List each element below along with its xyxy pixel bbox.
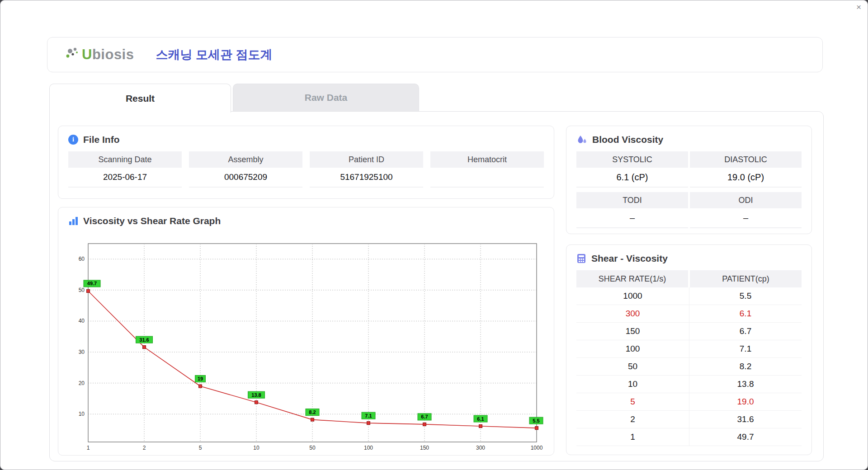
diastolic-label: DIASTOLIC bbox=[690, 151, 802, 168]
svg-text:5.5: 5.5 bbox=[533, 418, 539, 423]
ubiosis-logo: Ubiosis bbox=[65, 47, 134, 63]
svg-text:6.7: 6.7 bbox=[421, 414, 428, 419]
table-row: 3006.1 bbox=[576, 305, 802, 323]
shear-rate-cell: 5 bbox=[576, 393, 689, 410]
field-label: Patient ID bbox=[310, 151, 423, 168]
graph-title: Viscosity vs Shear Rate Graph bbox=[58, 207, 554, 233]
header: Ubiosis 스캐닝 모세관 점도계 bbox=[47, 37, 823, 72]
shear-rate-cell: 2 bbox=[576, 411, 689, 428]
viscosity-shear-chart: 1251050100150300100010203040506049.731.6… bbox=[58, 235, 554, 451]
logo-dots-icon bbox=[65, 47, 81, 62]
patient-cell: 19.0 bbox=[689, 393, 802, 410]
odi-value: – bbox=[690, 208, 802, 228]
field-scanning-date: Scanning Date 2025-06-17 bbox=[68, 151, 182, 188]
calculator-icon bbox=[576, 254, 586, 263]
systolic-value: 6.1 (cP) bbox=[576, 168, 688, 188]
svg-text:300: 300 bbox=[476, 445, 485, 451]
droplet-icon bbox=[576, 134, 587, 145]
todi-label: TODI bbox=[576, 192, 688, 208]
svg-text:60: 60 bbox=[79, 256, 85, 262]
field-value: 2025-06-17 bbox=[68, 168, 182, 188]
svg-text:1000: 1000 bbox=[531, 445, 543, 451]
field-value: 000675209 bbox=[189, 168, 302, 188]
patient-cell: 8.2 bbox=[689, 358, 802, 375]
patient-cell: 6.7 bbox=[689, 323, 802, 340]
tab-raw-data[interactable]: Raw Data bbox=[233, 84, 419, 111]
patient-column-header: PATIENT(cp) bbox=[690, 270, 802, 287]
svg-text:6.1: 6.1 bbox=[477, 416, 484, 422]
table-row: 149.7 bbox=[576, 428, 802, 446]
table-row: 1013.8 bbox=[576, 376, 802, 393]
shear-rate-cell: 300 bbox=[576, 305, 689, 322]
patient-cell: 13.8 bbox=[689, 376, 802, 393]
table-row: 1506.7 bbox=[576, 323, 802, 340]
field-label: Scanning Date bbox=[68, 151, 182, 168]
shear-rate-column-header: SHEAR RATE(1/s) bbox=[576, 270, 688, 287]
table-row: 508.2 bbox=[576, 358, 802, 376]
svg-text:5: 5 bbox=[199, 445, 202, 451]
svg-text:13.8: 13.8 bbox=[251, 392, 261, 398]
systolic-label: SYSTOLIC bbox=[576, 151, 688, 168]
result-panel: i File Info Scanning Date 2025-06-17 Ass… bbox=[49, 111, 824, 461]
field-value bbox=[430, 168, 544, 188]
odi-label: ODI bbox=[690, 192, 802, 208]
svg-text:49.7: 49.7 bbox=[87, 281, 97, 286]
patient-cell: 7.1 bbox=[689, 340, 802, 357]
patient-cell: 6.1 bbox=[689, 305, 802, 322]
page-title: 스캐닝 모세관 점도계 bbox=[156, 47, 272, 63]
shear-rate-cell: 50 bbox=[576, 358, 689, 375]
svg-text:10: 10 bbox=[79, 411, 85, 417]
svg-text:50: 50 bbox=[79, 287, 85, 293]
svg-text:50: 50 bbox=[309, 445, 316, 451]
shear-rate-cell: 1000 bbox=[576, 287, 689, 305]
field-value: 51671925100 bbox=[310, 168, 423, 188]
svg-text:20: 20 bbox=[79, 380, 85, 386]
table-row: 231.6 bbox=[576, 411, 802, 428]
shear-table-header: SHEAR RATE(1/s) PATIENT(cp) bbox=[576, 270, 802, 287]
svg-text:7.1: 7.1 bbox=[365, 413, 372, 418]
field-patient-id: Patient ID 51671925100 bbox=[310, 151, 423, 188]
field-label: Hematocrit bbox=[430, 151, 544, 168]
file-info-card: i File Info Scanning Date 2025-06-17 Ass… bbox=[58, 126, 554, 199]
svg-text:19: 19 bbox=[198, 376, 203, 381]
shear-rate-cell: 100 bbox=[576, 340, 689, 357]
diastolic-value: 19.0 (cP) bbox=[690, 168, 802, 188]
table-row: 519.0 bbox=[576, 393, 802, 411]
tab-result[interactable]: Result bbox=[49, 84, 231, 113]
svg-text:10: 10 bbox=[253, 445, 259, 451]
bar-chart-icon bbox=[68, 216, 78, 226]
field-assembly: Assembly 000675209 bbox=[189, 151, 302, 188]
patient-cell: 5.5 bbox=[689, 287, 802, 305]
svg-text:31.6: 31.6 bbox=[139, 337, 149, 343]
patient-cell: 49.7 bbox=[689, 428, 802, 446]
blood-viscosity-card: Blood Viscosity SYSTOLIC DIASTOLIC 6.1 (… bbox=[566, 126, 812, 234]
svg-text:8.2: 8.2 bbox=[309, 409, 316, 415]
table-row: 10005.5 bbox=[576, 287, 802, 305]
shear-rate-cell: 150 bbox=[576, 323, 689, 340]
shear-rate-cell: 1 bbox=[576, 428, 689, 446]
file-info-title: i File Info bbox=[58, 126, 554, 151]
svg-text:2: 2 bbox=[143, 445, 146, 451]
viscosity-graph-card: Viscosity vs Shear Rate Graph 1251050100… bbox=[58, 207, 554, 456]
field-hematocrit: Hematocrit bbox=[430, 151, 544, 188]
svg-text:30: 30 bbox=[79, 349, 85, 355]
svg-text:150: 150 bbox=[420, 445, 429, 451]
field-label: Assembly bbox=[189, 151, 302, 168]
patient-cell: 31.6 bbox=[689, 411, 802, 428]
svg-text:1: 1 bbox=[87, 445, 90, 451]
info-icon: i bbox=[68, 135, 78, 145]
close-icon[interactable]: × bbox=[856, 2, 861, 12]
shear-rate-cell: 10 bbox=[576, 376, 689, 393]
app-window: × Ubiosis 스캐닝 모세관 점도계 Result Raw Data i … bbox=[0, 0, 868, 470]
logo-text: Ubiosis bbox=[82, 47, 134, 63]
shear-viscosity-title: Shear - Viscosity bbox=[566, 245, 811, 270]
svg-text:100: 100 bbox=[364, 445, 373, 451]
shear-viscosity-card: Shear - Viscosity SHEAR RATE(1/s) PATIEN… bbox=[566, 244, 812, 455]
table-row: 1007.1 bbox=[576, 340, 802, 358]
blood-viscosity-title: Blood Viscosity bbox=[566, 126, 811, 151]
todi-value: – bbox=[576, 208, 688, 228]
svg-text:40: 40 bbox=[79, 318, 85, 324]
